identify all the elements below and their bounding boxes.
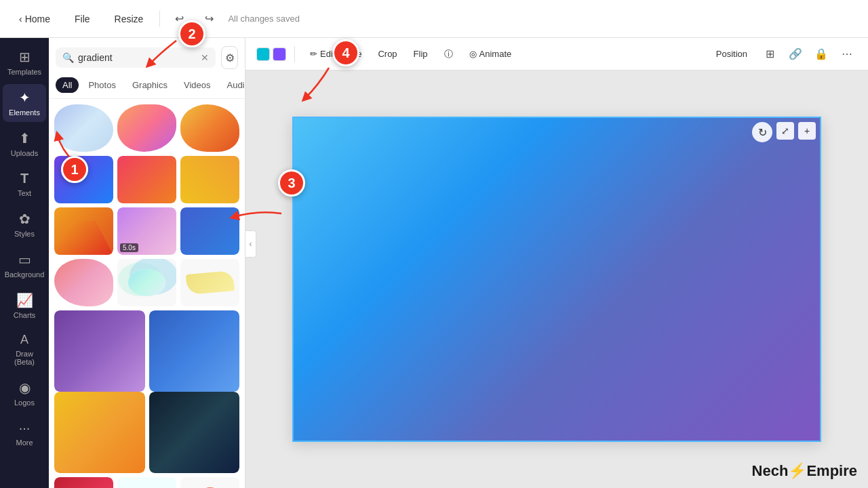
position-button[interactable]: Position [709,45,754,62]
home-label: Home [25,14,50,24]
edit-icon: ✏ [310,49,317,59]
tab-all[interactable]: All [56,77,79,93]
animate-label: Animate [479,49,512,59]
divider [159,11,160,27]
list-item[interactable] [180,104,239,152]
list-item[interactable]: 5.0s [54,477,113,488]
home-button[interactable]: ‹ Home [11,9,58,28]
filter-icon: ⚙ [225,52,235,64]
list-item[interactable] [180,207,239,255]
sidebar-item-draw-beta[interactable]: A Draw (Beta) [3,327,46,371]
lock-button[interactable]: 🔒 [811,44,831,64]
list-item[interactable] [180,156,239,203]
draw-icon: A [20,333,28,347]
list-item[interactable] [54,310,145,392]
animate-button[interactable]: ◎ Animate [462,45,519,62]
sidebar-item-styles[interactable]: ✿ Styles [3,205,46,243]
filter-tabs: All Photos Graphics Videos Audio [49,75,245,99]
list-item[interactable]: + [180,477,239,488]
sidebar-item-label: Charts [14,311,35,319]
brand-text-empire: Empire [806,462,857,479]
redo-icon: ↪ [205,12,214,25]
brand-text-nech: Nech [752,462,789,479]
list-item[interactable] [117,104,176,152]
filter-button[interactable]: ⚙ [221,46,238,69]
tab-graphics[interactable]: Graphics [125,77,174,93]
redo-button[interactable]: ↪ [198,8,220,30]
styles-icon: ✿ [19,211,31,227]
resize-label: Resize [115,14,144,24]
list-item[interactable] [117,156,176,203]
more-options-button[interactable]: ⋯ [837,44,857,64]
sidebar-item-charts[interactable]: 📈 Charts [3,287,46,325]
sidebar-item-label: More [16,439,33,447]
link-icon: 🔗 [789,47,802,60]
list-item[interactable] [54,259,113,306]
search-bar: 🔍 ✕ ⚙ [49,38,245,75]
search-input-wrap: 🔍 ✕ [56,47,216,68]
sidebar-item-elements[interactable]: ✦ Elements [3,84,46,122]
sidebar-item-label: Text [18,189,31,197]
tab-photos[interactable]: Photos [81,77,122,93]
list-item[interactable]: 5.0s [117,207,176,255]
canvas-corner-icons: ⤢ + [776,122,816,140]
sidebar-item-more[interactable]: ··· More [3,415,46,452]
tab-videos[interactable]: Videos [177,77,218,93]
link-button[interactable]: 🔗 [785,44,806,64]
charts-icon: 📈 [16,292,33,308]
search-input[interactable] [78,52,197,63]
list-item[interactable] [149,392,240,473]
flip-button[interactable]: Flip [407,45,435,62]
color-swatch-1[interactable] [256,47,270,61]
logos-icon: ◉ [19,380,31,396]
sidebar-item-uploads[interactable]: ⬆ Uploads [3,125,46,163]
canvas-frame: ⤢ + ↻ [292,117,821,442]
sidebar-item-text[interactable]: T Text [3,165,46,203]
panel-collapse-button[interactable]: ‹ [245,230,256,258]
list-item[interactable] [54,207,113,255]
sidebar-item-label: Elements [9,108,40,117]
resize-button[interactable]: Resize [106,9,152,28]
search-icon: 🔍 [62,52,74,63]
info-button[interactable]: ⓘ [437,45,460,64]
brand-logo: Nech⚡Empire [752,462,857,480]
elements-icon: ✦ [19,89,31,106]
sidebar-item-templates[interactable]: ⊞ Templates [3,43,46,81]
expand-icon[interactable]: ⤢ [776,122,794,140]
undo-button[interactable]: ↩ [168,8,190,30]
toolbar-right: Position ⊞ 🔗 🔒 ⋯ [709,44,857,64]
info-icon: ⓘ [444,48,453,60]
tab-audio[interactable]: Audio [220,77,245,93]
list-item[interactable] [54,156,113,203]
list-item[interactable] [180,259,239,306]
animate-icon: ◎ [469,49,477,59]
list-item[interactable] [54,104,113,152]
elements-grid: 5.0s [49,99,245,488]
crop-button[interactable]: Crop [371,45,403,62]
list-item[interactable] [117,259,176,306]
topbar: ‹ Home File Resize ↩ ↪ All changes saved [0,0,868,38]
background-icon: ▭ [18,251,31,268]
sidebar: ⊞ Templates ✦ Elements ⬆ Uploads T Text … [0,38,49,488]
sidebar-item-label: Styles [14,230,35,238]
canvas-area: ✏ Edit image Crop Flip ⓘ ◎ Animate [245,38,868,488]
sidebar-item-label: Logos [14,399,35,407]
list-item[interactable] [117,477,176,488]
file-button[interactable]: File [66,9,98,28]
refresh-button[interactable]: ↻ [752,122,772,142]
canvas-viewport: ⤢ + ↻ [245,70,868,488]
crop-label: Crop [378,49,397,59]
edit-image-button[interactable]: ✏ Edit image [303,45,368,62]
add-to-canvas-icon[interactable]: + [798,122,816,140]
grid-icon: ⊞ [766,47,774,60]
edit-image-label: Edit image [320,49,361,59]
sidebar-item-background[interactable]: ▭ Background [3,246,46,284]
color-swatch-2[interactable] [273,47,286,61]
grid-button[interactable]: ⊞ [760,44,780,64]
sidebar-item-logos[interactable]: ◉ Logos [3,374,46,412]
list-item[interactable] [149,310,240,392]
list-item[interactable] [54,392,145,473]
undo-icon: ↩ [175,12,184,25]
canvas-gradient-element[interactable] [294,118,820,441]
clear-search-button[interactable]: ✕ [201,52,209,63]
